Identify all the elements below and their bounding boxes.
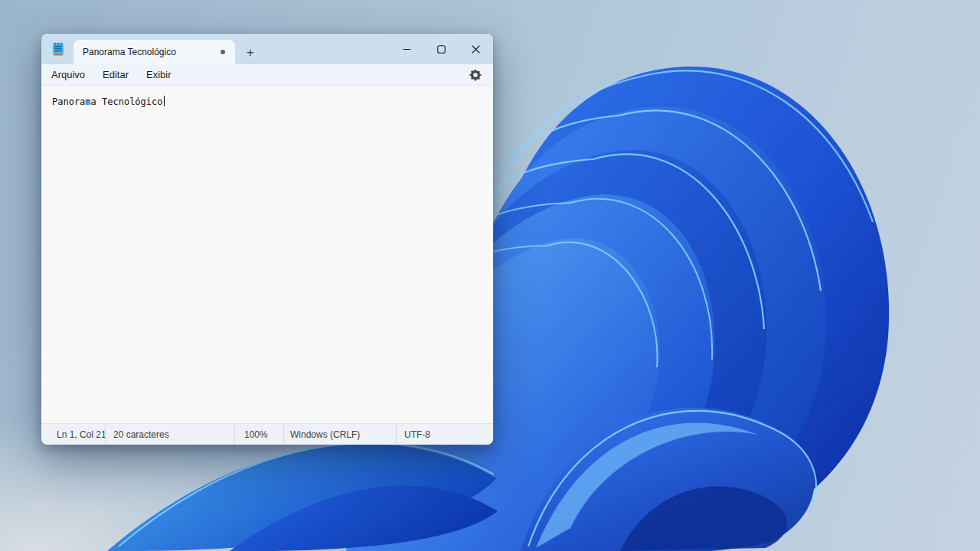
settings-button[interactable]	[464, 66, 487, 84]
plus-icon: +	[247, 46, 254, 59]
maximize-button[interactable]	[424, 34, 459, 64]
minimize-button[interactable]	[390, 34, 424, 64]
new-tab-button[interactable]: +	[240, 41, 261, 63]
minimize-icon	[403, 45, 411, 54]
editor-text: Panorama Tecnológico	[52, 96, 163, 107]
status-char-count: 20 caracteres	[105, 424, 234, 445]
status-line-ending: Windows (CRLF)	[283, 424, 396, 445]
notepad-window: Panorama Tecnológico +	[41, 34, 493, 445]
menubar: Arquivo Editar Exibir	[41, 64, 493, 86]
close-icon	[472, 45, 480, 54]
desktop: { "titlebar": { "tab_title": "Panorama T…	[0, 0, 980, 551]
status-encoding: UTF-8	[396, 424, 493, 445]
status-cursor-position: Ln 1, Col 21	[41, 424, 105, 445]
unsaved-changes-indicator	[220, 50, 225, 54]
menu-item-editar[interactable]: Editar	[95, 67, 136, 83]
titlebar[interactable]: Panorama Tecnológico +	[41, 34, 493, 64]
menu-item-arquivo[interactable]: Arquivo	[44, 67, 93, 83]
status-zoom-level: 100%	[234, 424, 283, 445]
notepad-app-icon	[52, 42, 64, 56]
maximize-icon	[437, 45, 446, 54]
tab-panorama-tecnologico[interactable]: Panorama Tecnológico	[74, 40, 235, 64]
text-caret	[164, 96, 165, 106]
statusbar: Ln 1, Col 21 20 caracteres 100% Windows …	[41, 423, 493, 445]
tab-title: Panorama Tecnológico	[83, 47, 176, 57]
editor-textarea[interactable]: Panorama Tecnológico	[41, 86, 493, 423]
gear-icon	[469, 69, 482, 81]
menu-item-exibir[interactable]: Exibir	[139, 67, 179, 83]
close-button[interactable]	[459, 34, 493, 64]
